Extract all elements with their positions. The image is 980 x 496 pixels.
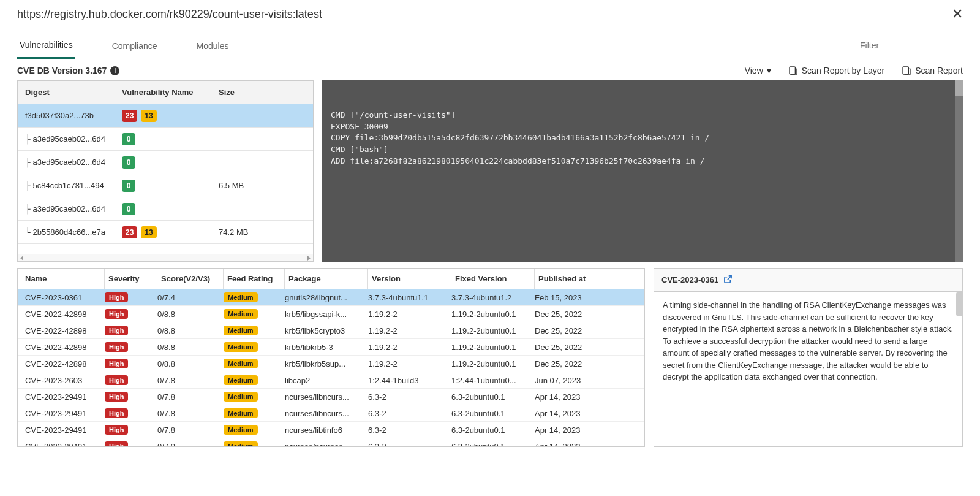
cve-fixed-version: 6.3-2ubuntu0.1 [451,442,535,447]
feed-rating-badge: Medium [224,309,258,319]
info-icon[interactable]: i [110,66,119,75]
digest-row[interactable]: ├a3ed95caeb02...6d40 [18,128,313,151]
cve-detail-panel: CVE-2023-0361 A timing side-channel in t… [654,268,963,447]
cve-row[interactable]: CVE-2023-29491High0/7.8Mediumncurses/lib… [18,422,644,438]
cve-row[interactable]: CVE-2023-29491High0/7.8Mediumncurses/lib… [18,389,644,405]
vuln-count-badge: 13 [141,226,156,238]
cve-name: CVE-2023-29491 [18,409,105,418]
cve-package: krb5/libkrb5-3 [285,343,368,352]
cve-score: 0/8.8 [157,343,224,352]
cve-feed: Medium [224,392,285,402]
cve-version: 1.19.2-2 [368,343,451,352]
tab-vulnerabilities[interactable]: Vulnerabilities [17,32,75,59]
code-scrollbar-track[interactable] [956,80,963,262]
cve-row[interactable]: CVE-2023-0361High0/7.4Mediumgnutls28/lib… [18,289,644,306]
scan-report-button[interactable]: Scan Report [902,66,963,75]
col-header-published[interactable]: Published at [535,274,644,283]
cve-published: Dec 25, 2022 [535,359,644,368]
cve-package: libcap2 [285,376,368,385]
cve-feed: Medium [224,408,285,418]
layer-code-panel: CMD ["/count-user-visits"] EXPOSE 30009 … [322,80,963,262]
code-scrollbar-thumb[interactable] [956,80,963,96]
digest-row[interactable]: └2b55860d4c66...e7a231374.2 MB [18,221,313,244]
cve-fixed-version: 6.3-2ubuntu0.1 [451,409,535,418]
cve-severity: High [105,342,157,352]
col-header-digest[interactable]: Digest [18,88,122,97]
cve-row[interactable]: CVE-2023-2603High0/7.8Mediumlibcap21:2.4… [18,372,644,389]
digest-row[interactable]: ├a3ed95caeb02...6d40 [18,151,313,174]
lower-split: Name Severity Score(V2/V3) Feed Rating P… [0,262,980,447]
tab-compliance[interactable]: Compliance [110,32,160,59]
cve-table-body[interactable]: CVE-2023-0361High0/7.4Mediumgnutls28/lib… [18,289,644,446]
filter-input[interactable] [859,38,963,53]
col-header-vuln[interactable]: Vulnerability Name [122,88,219,97]
digest-row[interactable]: f3d5037f30a2...73b2313 [18,104,313,128]
cve-severity: High [105,359,157,368]
cve-feed: Medium [224,342,285,352]
col-header-package[interactable]: Package [285,269,368,289]
feed-rating-badge: Medium [224,375,258,385]
cve-severity: High [105,292,157,302]
col-header-fixed[interactable]: Fixed Version [451,269,535,289]
col-header-severity[interactable]: Severity [105,269,157,289]
col-header-score[interactable]: Score(V2/V3) [157,269,224,289]
csv-icon [788,66,798,75]
cve-row[interactable]: CVE-2023-29491High0/7.8Mediumncurses/lib… [18,405,644,422]
cve-feed: Medium [224,425,285,435]
filter-wrap [859,38,963,53]
vuln-count-badge: 0 [122,133,135,145]
col-header-size[interactable]: Size [219,88,313,97]
cve-severity: High [105,408,157,418]
cve-row[interactable]: CVE-2022-42898High0/8.8Mediumkrb5/libgss… [18,306,644,322]
cve-published: Apr 14, 2023 [535,392,644,402]
cve-version: 1:2.44-1build3 [368,376,451,385]
detail-scrollbar-thumb[interactable] [956,292,962,316]
cve-feed: Medium [224,359,285,368]
digest-hash: f3d5037f30a2...73b [25,111,94,120]
external-link-icon[interactable] [723,275,733,286]
cve-name: CVE-2023-29491 [18,392,105,402]
cve-score: 0/8.8 [157,359,224,368]
cve-row[interactable]: CVE-2022-42898High0/8.8Mediumkrb5/libkrb… [18,339,644,356]
vuln-count-badge: 0 [122,203,135,215]
cve-feed: Medium [224,375,285,385]
svg-rect-1 [903,67,908,74]
cve-name: CVE-2022-42898 [18,359,105,368]
cve-score: 0/7.8 [157,376,224,385]
cve-version: 1.19.2-2 [368,359,451,368]
cve-version: 1.19.2-2 [368,326,451,335]
digest-row[interactable]: ├5c84ccb1c781...49406.5 MB [18,174,313,197]
cve-version: 1.19.2-2 [368,310,451,319]
scan-report-by-layer-button[interactable]: Scan Report by Layer [788,66,884,75]
feed-rating-badge: Medium [224,359,258,368]
cve-version: 6.3-2 [368,442,451,447]
cve-severity: High [105,375,157,385]
tree-connector-icon: ├ [25,158,30,167]
cve-score: 0/8.8 [157,310,224,319]
col-header-name[interactable]: Name [18,269,105,289]
cve-feed: Medium [224,292,285,302]
vuln-count-badge: 13 [141,110,156,122]
close-icon[interactable]: ✕ [952,7,963,21]
digest-row[interactable]: ├a3ed95caeb02...6d40 [18,197,313,221]
cve-severity: High [105,425,157,435]
col-header-feed[interactable]: Feed Rating [224,269,285,289]
horizontal-scrollbar[interactable] [18,254,313,261]
tab-modules[interactable]: Modules [194,32,232,59]
csv-icon [902,66,911,75]
cve-table-header: Name Severity Score(V2/V3) Feed Rating P… [18,269,644,289]
severity-badge: High [105,425,128,435]
cve-published: Feb 15, 2023 [535,293,644,302]
digest-hash: a3ed95caeb02...6d4 [32,204,105,213]
cve-row[interactable]: CVE-2023-29491High0/7.8Mediumncurses/ncu… [18,438,644,446]
cve-row[interactable]: CVE-2022-42898High0/8.8Mediumkrb5/libk5c… [18,322,644,339]
digest-table-body[interactable]: f3d5037f30a2...73b2313├a3ed95caeb02...6d… [18,104,313,254]
cve-version: 6.3-2 [368,409,451,418]
cve-published: Jun 07, 2023 [535,376,644,385]
cve-row[interactable]: CVE-2022-42898High0/8.8Mediumkrb5/libkrb… [18,356,644,372]
feed-rating-badge: Medium [224,408,258,418]
cve-db-version: CVE DB Version 3.167 i [17,66,119,75]
cve-package: krb5/libk5crypto3 [285,326,368,335]
col-header-version[interactable]: Version [368,269,451,289]
view-dropdown[interactable]: View ▾ [745,66,771,75]
